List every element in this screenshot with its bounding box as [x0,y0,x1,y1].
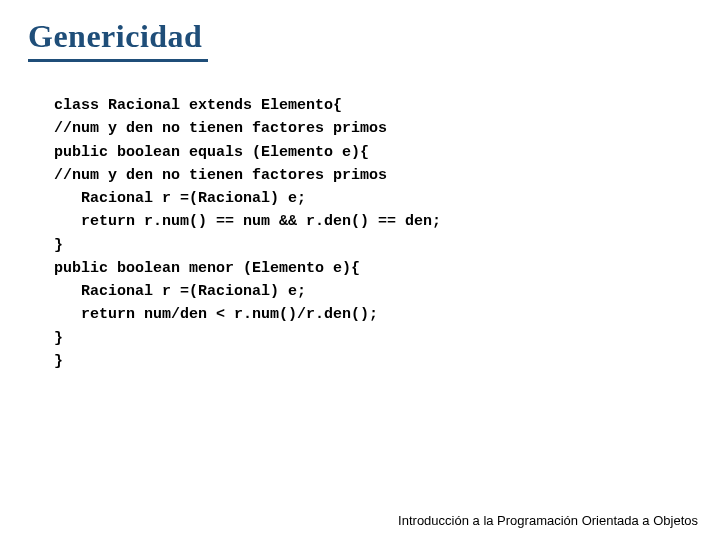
code-block: class Racional extends Elemento{ //num y… [54,94,441,373]
slide-footer: Introducción a la Programación Orientada… [398,513,698,528]
slide-title: Genericidad [28,18,208,62]
